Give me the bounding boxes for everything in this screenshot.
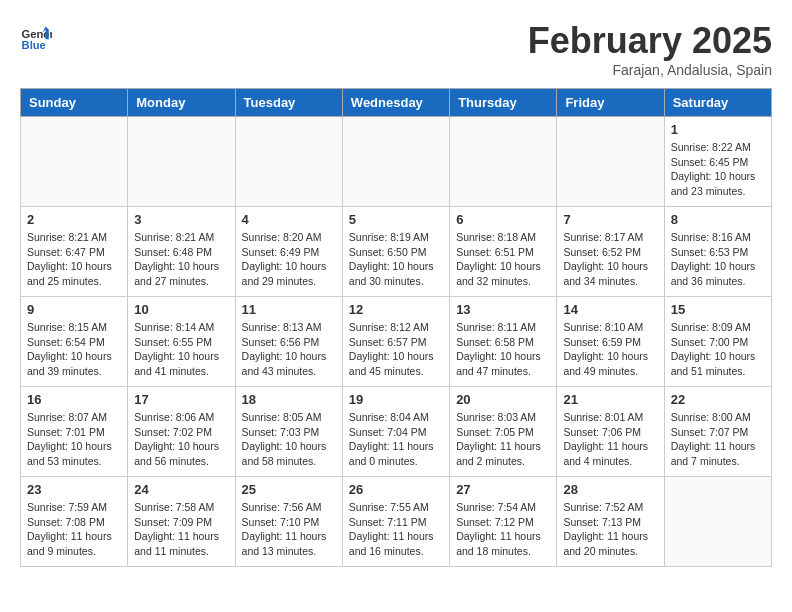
day-number: 18 [242, 392, 336, 407]
day-number: 20 [456, 392, 550, 407]
calendar-cell: 10Sunrise: 8:14 AM Sunset: 6:55 PM Dayli… [128, 297, 235, 387]
calendar-title: February 2025 [528, 20, 772, 62]
calendar-cell: 27Sunrise: 7:54 AM Sunset: 7:12 PM Dayli… [450, 477, 557, 567]
day-number: 27 [456, 482, 550, 497]
calendar-cell [557, 117, 664, 207]
day-info: Sunrise: 8:18 AM Sunset: 6:51 PM Dayligh… [456, 230, 550, 289]
day-info: Sunrise: 8:15 AM Sunset: 6:54 PM Dayligh… [27, 320, 121, 379]
day-info: Sunrise: 7:54 AM Sunset: 7:12 PM Dayligh… [456, 500, 550, 559]
day-info: Sunrise: 8:05 AM Sunset: 7:03 PM Dayligh… [242, 410, 336, 469]
day-info: Sunrise: 8:22 AM Sunset: 6:45 PM Dayligh… [671, 140, 765, 199]
day-number: 21 [563, 392, 657, 407]
calendar-cell: 1Sunrise: 8:22 AM Sunset: 6:45 PM Daylig… [664, 117, 771, 207]
day-info: Sunrise: 8:21 AM Sunset: 6:47 PM Dayligh… [27, 230, 121, 289]
calendar-cell: 3Sunrise: 8:21 AM Sunset: 6:48 PM Daylig… [128, 207, 235, 297]
weekday-header-wednesday: Wednesday [342, 89, 449, 117]
calendar-cell [235, 117, 342, 207]
day-number: 11 [242, 302, 336, 317]
weekday-header-friday: Friday [557, 89, 664, 117]
calendar-table: SundayMondayTuesdayWednesdayThursdayFrid… [20, 88, 772, 567]
weekday-header-thursday: Thursday [450, 89, 557, 117]
calendar-cell: 7Sunrise: 8:17 AM Sunset: 6:52 PM Daylig… [557, 207, 664, 297]
calendar-cell: 26Sunrise: 7:55 AM Sunset: 7:11 PM Dayli… [342, 477, 449, 567]
day-info: Sunrise: 7:58 AM Sunset: 7:09 PM Dayligh… [134, 500, 228, 559]
week-row-0: 1Sunrise: 8:22 AM Sunset: 6:45 PM Daylig… [21, 117, 772, 207]
calendar-cell: 25Sunrise: 7:56 AM Sunset: 7:10 PM Dayli… [235, 477, 342, 567]
day-number: 28 [563, 482, 657, 497]
day-number: 1 [671, 122, 765, 137]
calendar-cell: 11Sunrise: 8:13 AM Sunset: 6:56 PM Dayli… [235, 297, 342, 387]
calendar-cell [342, 117, 449, 207]
day-number: 17 [134, 392, 228, 407]
calendar-cell [450, 117, 557, 207]
weekday-header-saturday: Saturday [664, 89, 771, 117]
day-info: Sunrise: 8:14 AM Sunset: 6:55 PM Dayligh… [134, 320, 228, 379]
day-number: 23 [27, 482, 121, 497]
day-info: Sunrise: 8:04 AM Sunset: 7:04 PM Dayligh… [349, 410, 443, 469]
day-number: 14 [563, 302, 657, 317]
calendar-cell: 8Sunrise: 8:16 AM Sunset: 6:53 PM Daylig… [664, 207, 771, 297]
day-info: Sunrise: 8:16 AM Sunset: 6:53 PM Dayligh… [671, 230, 765, 289]
day-info: Sunrise: 8:03 AM Sunset: 7:05 PM Dayligh… [456, 410, 550, 469]
weekday-header-monday: Monday [128, 89, 235, 117]
day-number: 22 [671, 392, 765, 407]
day-number: 19 [349, 392, 443, 407]
day-info: Sunrise: 8:20 AM Sunset: 6:49 PM Dayligh… [242, 230, 336, 289]
day-number: 6 [456, 212, 550, 227]
page-header: General Blue February 2025 Farajan, Anda… [20, 20, 772, 78]
day-number: 24 [134, 482, 228, 497]
day-number: 25 [242, 482, 336, 497]
day-info: Sunrise: 8:19 AM Sunset: 6:50 PM Dayligh… [349, 230, 443, 289]
day-number: 2 [27, 212, 121, 227]
week-row-3: 16Sunrise: 8:07 AM Sunset: 7:01 PM Dayli… [21, 387, 772, 477]
day-number: 15 [671, 302, 765, 317]
calendar-cell: 13Sunrise: 8:11 AM Sunset: 6:58 PM Dayli… [450, 297, 557, 387]
day-number: 10 [134, 302, 228, 317]
calendar-cell [21, 117, 128, 207]
calendar-cell: 2Sunrise: 8:21 AM Sunset: 6:47 PM Daylig… [21, 207, 128, 297]
calendar-cell: 24Sunrise: 7:58 AM Sunset: 7:09 PM Dayli… [128, 477, 235, 567]
day-number: 13 [456, 302, 550, 317]
weekday-header-tuesday: Tuesday [235, 89, 342, 117]
calendar-cell: 28Sunrise: 7:52 AM Sunset: 7:13 PM Dayli… [557, 477, 664, 567]
svg-text:Blue: Blue [22, 39, 46, 51]
calendar-cell [664, 477, 771, 567]
day-number: 26 [349, 482, 443, 497]
calendar-cell: 16Sunrise: 8:07 AM Sunset: 7:01 PM Dayli… [21, 387, 128, 477]
day-number: 8 [671, 212, 765, 227]
day-number: 5 [349, 212, 443, 227]
day-info: Sunrise: 8:09 AM Sunset: 7:00 PM Dayligh… [671, 320, 765, 379]
day-info: Sunrise: 8:21 AM Sunset: 6:48 PM Dayligh… [134, 230, 228, 289]
calendar-cell: 19Sunrise: 8:04 AM Sunset: 7:04 PM Dayli… [342, 387, 449, 477]
calendar-cell: 23Sunrise: 7:59 AM Sunset: 7:08 PM Dayli… [21, 477, 128, 567]
title-block: February 2025 Farajan, Andalusia, Spain [528, 20, 772, 78]
logo: General Blue [20, 20, 52, 52]
day-number: 4 [242, 212, 336, 227]
day-info: Sunrise: 8:07 AM Sunset: 7:01 PM Dayligh… [27, 410, 121, 469]
calendar-cell [128, 117, 235, 207]
calendar-cell: 21Sunrise: 8:01 AM Sunset: 7:06 PM Dayli… [557, 387, 664, 477]
calendar-cell: 17Sunrise: 8:06 AM Sunset: 7:02 PM Dayli… [128, 387, 235, 477]
calendar-cell: 6Sunrise: 8:18 AM Sunset: 6:51 PM Daylig… [450, 207, 557, 297]
calendar-cell: 14Sunrise: 8:10 AM Sunset: 6:59 PM Dayli… [557, 297, 664, 387]
week-row-1: 2Sunrise: 8:21 AM Sunset: 6:47 PM Daylig… [21, 207, 772, 297]
day-info: Sunrise: 7:56 AM Sunset: 7:10 PM Dayligh… [242, 500, 336, 559]
weekday-header-sunday: Sunday [21, 89, 128, 117]
calendar-cell: 20Sunrise: 8:03 AM Sunset: 7:05 PM Dayli… [450, 387, 557, 477]
logo-icon: General Blue [20, 20, 52, 52]
calendar-cell: 4Sunrise: 8:20 AM Sunset: 6:49 PM Daylig… [235, 207, 342, 297]
weekday-header-row: SundayMondayTuesdayWednesdayThursdayFrid… [21, 89, 772, 117]
day-info: Sunrise: 7:52 AM Sunset: 7:13 PM Dayligh… [563, 500, 657, 559]
day-info: Sunrise: 8:10 AM Sunset: 6:59 PM Dayligh… [563, 320, 657, 379]
day-number: 9 [27, 302, 121, 317]
day-info: Sunrise: 8:00 AM Sunset: 7:07 PM Dayligh… [671, 410, 765, 469]
calendar-cell: 5Sunrise: 8:19 AM Sunset: 6:50 PM Daylig… [342, 207, 449, 297]
calendar-subtitle: Farajan, Andalusia, Spain [528, 62, 772, 78]
day-info: Sunrise: 7:59 AM Sunset: 7:08 PM Dayligh… [27, 500, 121, 559]
day-number: 7 [563, 212, 657, 227]
day-info: Sunrise: 8:17 AM Sunset: 6:52 PM Dayligh… [563, 230, 657, 289]
calendar-cell: 22Sunrise: 8:00 AM Sunset: 7:07 PM Dayli… [664, 387, 771, 477]
calendar-cell: 12Sunrise: 8:12 AM Sunset: 6:57 PM Dayli… [342, 297, 449, 387]
day-number: 16 [27, 392, 121, 407]
day-info: Sunrise: 8:13 AM Sunset: 6:56 PM Dayligh… [242, 320, 336, 379]
